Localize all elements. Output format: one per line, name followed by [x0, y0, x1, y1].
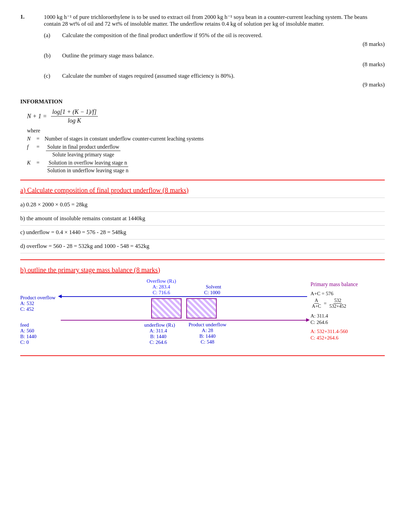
question-block: 1. 1000 kg h⁻¹ of pure trichloroethylene… [20, 14, 385, 88]
section-divider-2 [20, 211, 385, 212]
def-var-K: K [27, 160, 34, 166]
def-K-denominator: Solution in underflow leaving stage n [46, 167, 130, 174]
pmb-line1: A+C = 576 [310, 291, 385, 297]
answer-b-heading: b) outline the primary stage mass balanc… [20, 266, 385, 274]
underflow-A: A: 311.4 [141, 328, 175, 334]
question-text: 1000 kg h⁻¹ of pure trichloroethylene is… [44, 14, 385, 27]
underflow-C: C: 264.6 [141, 339, 175, 345]
pmb-eq: = [324, 301, 326, 306]
feed-label: feed [20, 322, 57, 328]
answer-step-c: c) underflow = 0.4 × 1440 = 576 - 28 = 5… [20, 229, 385, 236]
marks-c: (9 marks) [62, 81, 385, 88]
primary-mass-balance-title: Primary mass balance [310, 281, 385, 287]
subquestion-b: (b) Outline the primary stage mass balan… [44, 52, 385, 68]
pmb-frac-rhs-den: 532+452 [329, 304, 347, 309]
sub-text-b: Outline the primary stage mass balance. [62, 52, 154, 59]
stage-box-2 [186, 298, 217, 319]
solvent-C: C: 1000 [203, 290, 221, 296]
def-text-N: Number of stages in constant underflow c… [45, 136, 385, 142]
underflow-label: underflow (R₁) [144, 322, 175, 328]
formula-numerator: log[1 + (K − 1)/f] [51, 108, 98, 117]
product-underflow-B: B: 1440 [189, 333, 226, 339]
feed-C: C: 0 [20, 339, 57, 345]
def-fraction-K: Solution in overflow leaving stage n Sol… [46, 160, 130, 174]
sub-body-b: Outline the primary stage mass balance. … [62, 52, 385, 68]
where-block: where N = Number of stages in constant u… [27, 128, 385, 174]
answer-step-a: a) 0.28 × 2000 × 0.05 = 28kg [20, 201, 385, 208]
center-column: Overflow (R₁) A: 283.4 C: 716.6 Solvent … [61, 278, 307, 345]
sub-label-a: (a) [44, 32, 56, 48]
answer-step-b: b) the amount of insoluble remains const… [20, 215, 385, 222]
def-f-denominator: Solute leaving primary stage [51, 151, 116, 158]
overflow-C: C: 716.6 [146, 290, 176, 296]
product-underflow-A: A: 28 [189, 328, 226, 333]
pmb-line4A: A: 532+311.4-560 [310, 329, 385, 334]
formula-block: N + 1 = log[1 + (K − 1)/f] log K [27, 108, 385, 124]
def-K-numerator: Solution in overflow leaving stage n [47, 160, 128, 167]
product-overflow-C: C: 452 [20, 306, 57, 312]
info-section: INFORMATION N + 1 = log[1 + (K − 1)/f] l… [20, 98, 385, 174]
formula-fraction: log[1 + (K − 1)/f] log K [51, 108, 98, 124]
overflow-A: A: 283.4 [146, 284, 176, 290]
def-K: K = Solution in overflow leaving stage n… [27, 160, 385, 174]
overflow-label: Overflow (R₁) [146, 278, 176, 284]
feed-B: B: 1440 [20, 334, 57, 339]
right-column: Primary mass balance A+C = 576 A A+C = 5… [310, 278, 385, 341]
formula-lhs: N + 1 = [27, 113, 47, 120]
solvent-label: Solvent [206, 284, 221, 290]
answer-step-d: d) overflow = 560 - 28 = 532kg and 1000 … [20, 243, 385, 250]
pmb-line3C: C: 264.6 [310, 320, 385, 325]
stage-box-1 [151, 298, 182, 319]
divider-2 [20, 259, 385, 260]
def-fraction-f: Solute in final product underflow Solute… [46, 144, 120, 158]
def-eq-K: = [36, 160, 42, 166]
pmb-line2: A A+C = 532 532+452 [310, 298, 385, 309]
solvent-block: Solvent C: 1000 [203, 284, 221, 296]
product-overflow-A: A: 532 [20, 301, 57, 306]
divider-final [20, 355, 385, 356]
underflow-B: B: 1440 [141, 334, 175, 339]
pmb-line4C: C: 452+264.6 [310, 335, 385, 341]
def-f-numerator: Solute in final product underflow [46, 144, 120, 151]
marks-a: (8 marks) [62, 41, 385, 48]
left-column: Product overflow A: 532 C: 452 feed A: 5… [20, 278, 57, 345]
subquestion-a: (a) Calculate the composition of the fin… [44, 32, 385, 48]
marks-b: (8 marks) [62, 61, 385, 68]
section-divider-1 [20, 198, 385, 198]
product-underflow-C: C: 548 [189, 339, 226, 345]
pmb-frac-lhs-den: A+C [311, 304, 322, 309]
product-overflow-label: Product overflow [20, 295, 57, 301]
overflow-r1-block: Overflow (R₁) A: 283.4 C: 716.6 [146, 278, 176, 296]
def-eq-N: = [36, 136, 42, 142]
section-divider-3 [20, 225, 385, 226]
def-var-N: N [27, 136, 34, 142]
pmb-frac-rhs: 532 532+452 [329, 298, 347, 309]
def-eq-f: = [36, 144, 42, 150]
sub-label-c: (c) [44, 73, 56, 88]
underflow-block: underflow (R₁) A: 311.4 B: 1440 C: 264.6 [141, 322, 175, 345]
pmb-frac-lhs: A A+C [311, 298, 322, 309]
diagram-section: Product overflow A: 532 C: 452 feed A: 5… [20, 278, 385, 345]
question-body: 1000 kg h⁻¹ of pure trichloroethylene is… [44, 14, 385, 88]
formula-denominator: log K [66, 117, 83, 124]
sub-text-c: Calculate the number of stages required … [62, 73, 235, 79]
sub-text-a: Calculate the composition of the final p… [62, 32, 262, 39]
info-title: INFORMATION [20, 98, 385, 105]
product-underflow-label: Product underflow [189, 322, 226, 328]
where-label: where [27, 128, 385, 134]
boxes-row [151, 298, 217, 319]
feed-A: A: 560 [20, 328, 57, 334]
def-N: N = Number of stages in constant underfl… [27, 136, 385, 142]
sub-body-c: Calculate the number of stages required … [62, 73, 385, 88]
sub-body-a: Calculate the composition of the final p… [62, 32, 385, 48]
pmb-frac-rhs-num: 532 [333, 298, 342, 304]
pmb-line3A: A: 311.4 [310, 313, 385, 319]
pmb-frac-lhs-num: A [314, 298, 319, 304]
sub-label-b: (b) [44, 52, 56, 68]
subquestion-c: (c) Calculate the number of stages requi… [44, 73, 385, 88]
section-divider-4 [20, 239, 385, 239]
def-var-f: f [27, 144, 34, 150]
product-underflow-block: Product underflow A: 28 B: 1440 C: 548 [189, 322, 226, 345]
formula-line: N + 1 = log[1 + (K − 1)/f] log K [27, 108, 385, 124]
divider-1 [20, 180, 385, 180]
